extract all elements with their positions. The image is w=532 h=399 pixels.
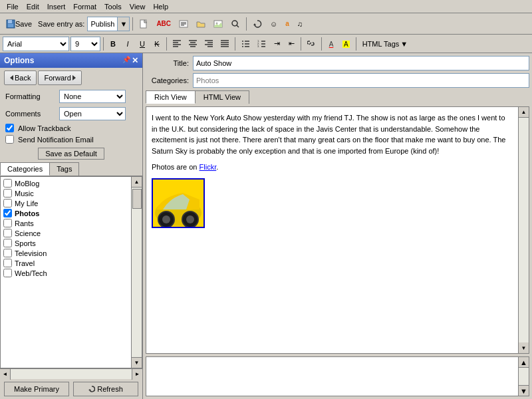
indent-button[interactable]: ⇥ — [270, 37, 283, 51]
comments-select[interactable]: Open — [59, 107, 126, 120]
align-right-button[interactable] — [201, 37, 216, 51]
menu-help[interactable]: Help — [149, 1, 172, 12]
open-icon — [196, 19, 205, 29]
flickr-link[interactable]: Flickr — [200, 163, 217, 171]
comment-scroll-up[interactable]: ▲ — [519, 357, 529, 368]
make-primary-button[interactable]: Make Primary — [4, 382, 69, 396]
allow-trackback-checkbox[interactable] — [5, 124, 14, 132]
html-tags-button[interactable]: HTML Tags ▼ — [359, 37, 412, 51]
refresh-btn-icon — [88, 386, 95, 392]
editor-content[interactable]: I went to the New York Auto Show yesterd… — [146, 107, 518, 353]
comment-content[interactable] — [146, 357, 518, 396]
category-checkbox-science[interactable] — [3, 229, 12, 237]
category-checkbox-music[interactable] — [3, 189, 12, 198]
menu-insert[interactable]: Insert — [43, 1, 70, 12]
publish-dropdown[interactable]: Publish ▼ — [87, 17, 130, 31]
category-checkbox-travel[interactable] — [3, 259, 12, 267]
editor-scrollbar: ▲ ▼ — [518, 107, 529, 353]
refresh-button[interactable]: Refresh — [73, 382, 138, 396]
category-checkbox-my-life[interactable] — [3, 199, 12, 207]
hscroll-right-button[interactable]: ► — [132, 369, 142, 380]
cat-scroll-down-button[interactable]: ▼ — [132, 357, 142, 368]
toolbar-btn-amazon[interactable]: a — [282, 16, 293, 32]
options-header-title: Options — [4, 56, 34, 65]
car-image-svg — [153, 180, 203, 227]
toolbar-sep-1 — [132, 17, 133, 31]
menu-view[interactable]: View — [126, 1, 150, 12]
size-select[interactable]: 9 — [70, 37, 100, 51]
tags-tab[interactable]: Tags — [49, 162, 79, 176]
editor-scroll-up-button[interactable]: ▲ — [519, 107, 529, 118]
strikethrough-button[interactable]: K — [150, 37, 164, 51]
svg-line-12 — [237, 25, 239, 27]
category-checkbox-web-tech[interactable] — [3, 269, 12, 277]
italic-button[interactable]: I — [121, 37, 134, 51]
categories-input[interactable] — [193, 73, 529, 88]
category-item-science: Science — [2, 228, 130, 238]
justify-button[interactable] — [217, 37, 232, 51]
new-icon — [139, 19, 148, 29]
category-checkbox-moblog[interactable] — [3, 179, 12, 188]
comments-label: Comments — [5, 110, 55, 118]
toolbar-btn-music[interactable]: ♫ — [294, 16, 306, 32]
hscroll-left-button[interactable]: ◄ — [0, 369, 11, 380]
bg-color-button[interactable]: A — [339, 37, 353, 51]
forward-button[interactable]: Forward — [38, 70, 81, 85]
forward-arrow-icon — [72, 75, 76, 80]
link-button[interactable] — [304, 37, 319, 51]
photos-prefix: Photos are on — [152, 163, 200, 171]
outdent-button[interactable]: ⇤ — [285, 37, 298, 51]
menu-file[interactable]: File — [3, 1, 23, 12]
categories-tab[interactable]: Categories — [0, 162, 50, 176]
view-tabs: Rich View HTML View — [146, 90, 529, 104]
emoji-button[interactable]: ☺ — [267, 16, 281, 32]
category-checkbox-rants[interactable] — [3, 219, 12, 227]
right-panel: Title: Categories: Rich View HTML View I… — [143, 53, 532, 399]
amazon-icon: a — [285, 20, 289, 27]
close-icon[interactable]: ✕ — [132, 56, 138, 65]
editor-scroll-down-button[interactable]: ▼ — [519, 342, 529, 353]
underline-button[interactable]: U — [136, 37, 149, 51]
toolbar-btn-4[interactable] — [193, 16, 209, 32]
spell-check-button[interactable]: ABC — [153, 16, 174, 32]
align-left-icon — [173, 39, 181, 47]
comment-scroll-down[interactable]: ▼ — [519, 385, 529, 396]
ul-button[interactable] — [238, 37, 253, 51]
menu-tools[interactable]: Tools — [100, 1, 126, 12]
ol-button[interactable]: 1. 2. 3. — [254, 37, 269, 51]
toolbar-btn-7[interactable] — [249, 16, 265, 32]
cat-scroll-up-button[interactable]: ▲ — [132, 177, 142, 188]
new-button[interactable] — [136, 16, 152, 32]
title-input[interactable] — [193, 56, 529, 70]
save-default-button[interactable]: Save as Default — [38, 148, 104, 160]
align-center-icon — [189, 39, 197, 47]
back-button[interactable]: Back — [4, 70, 37, 85]
toolbar-btn-5[interactable] — [210, 16, 226, 32]
cat-scroll-thumb[interactable] — [132, 189, 142, 209]
save-button[interactable]: Save — [3, 16, 35, 32]
save-label: Save — [15, 20, 32, 28]
refresh-btn-label: Refresh — [97, 385, 123, 393]
rich-view-tab[interactable]: Rich View — [146, 90, 196, 104]
toolbar-btn-6[interactable] — [227, 16, 243, 32]
publish-dropdown-arrow[interactable]: ▼ — [117, 17, 129, 31]
html-view-tab[interactable]: HTML View — [195, 90, 249, 104]
formatting-select[interactable]: None — [59, 90, 126, 103]
menu-edit[interactable]: Edit — [23, 1, 43, 12]
pin-icon[interactable]: 📌 — [122, 56, 130, 65]
toolbar-btn-3[interactable] — [176, 16, 192, 32]
category-checkbox-sports[interactable] — [3, 239, 12, 247]
align-left-button[interactable] — [170, 37, 184, 51]
bold-button[interactable]: B — [106, 37, 120, 51]
category-checkbox-photos[interactable] — [3, 209, 12, 217]
text-color-button[interactable]: A — [325, 37, 338, 51]
align-center-button[interactable] — [186, 37, 200, 51]
text-color-icon: A — [329, 41, 334, 48]
categories-field-label: Categories: — [146, 76, 189, 84]
send-notification-checkbox[interactable] — [5, 135, 14, 144]
svg-point-11 — [232, 21, 237, 26]
category-checkbox-television[interactable] — [3, 249, 12, 257]
categories-hscroll: ◄ ► — [0, 368, 142, 379]
font-select[interactable]: Arial — [3, 37, 69, 51]
menu-format[interactable]: Format — [69, 1, 100, 12]
